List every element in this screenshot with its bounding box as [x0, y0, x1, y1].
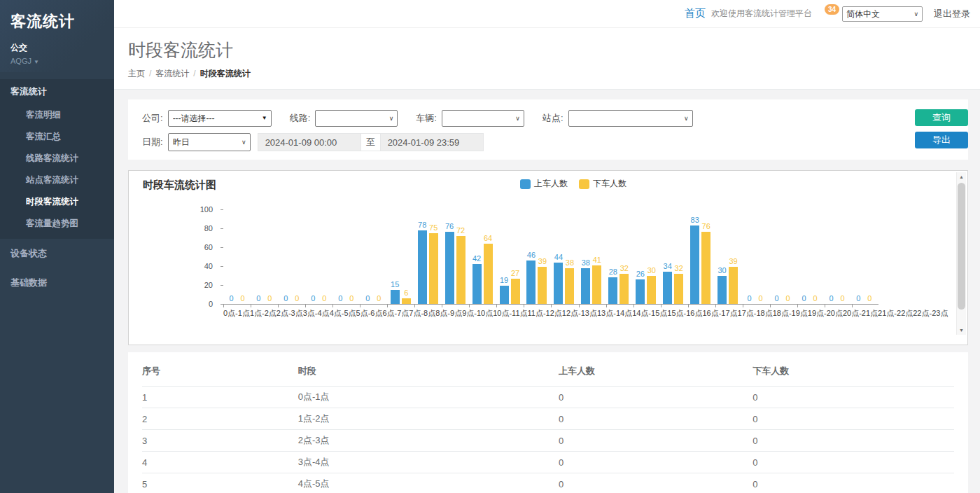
bar-wrap: 0: [772, 209, 781, 304]
bar[interactable]: [647, 276, 656, 305]
bar-wrap: 0: [281, 209, 290, 304]
bar-group: 7672: [442, 209, 469, 304]
bar-wrap: 30: [718, 209, 727, 304]
bar-wrap: 0: [799, 209, 808, 304]
bar-wrap: 41: [592, 209, 601, 304]
date-preset-select[interactable]: 昨日: [168, 133, 251, 151]
sidebar-subitem[interactable]: 线路客流统计: [0, 148, 114, 169]
x-axis-label: 11点-12点: [528, 308, 562, 319]
bar[interactable]: [445, 232, 454, 304]
bar-value-label: 0: [240, 294, 244, 303]
bar-wrap: 0: [347, 209, 356, 304]
sidebar-item[interactable]: 设备状态: [0, 239, 114, 268]
stats-table: 序号时段上车人数下车人数 10点-1点0021点-2点0032点-3点0043点…: [142, 358, 954, 493]
language-select[interactable]: 简体中文: [842, 6, 923, 22]
date-end-input[interactable]: 2024-01-09 23:59: [380, 133, 484, 151]
bar[interactable]: [674, 274, 683, 304]
bar[interactable]: [620, 274, 629, 304]
welcome-text: 欢迎使用客流统计管理平台: [711, 8, 812, 20]
bar-wrap: 38: [581, 209, 590, 304]
bar-wrap: 0: [293, 209, 302, 304]
sidebar-subitem[interactable]: 客流明细: [0, 104, 114, 126]
logout-link[interactable]: 退出登录: [934, 8, 970, 20]
sidebar-subitem[interactable]: 客流汇总: [0, 126, 114, 148]
bar-wrap: 0: [374, 209, 384, 304]
bar[interactable]: [511, 279, 520, 304]
bar-wrap: 0: [783, 209, 792, 304]
bar[interactable]: [729, 267, 738, 304]
bar-value-label: 44: [554, 253, 563, 261]
bar[interactable]: [500, 286, 509, 304]
bar[interactable]: [701, 232, 710, 304]
table-cell: 5: [142, 473, 298, 493]
bar-wrap: 0: [745, 209, 754, 304]
table-cell: 0: [752, 452, 954, 473]
bar[interactable]: [429, 233, 438, 304]
sidebar-brand: 客流统计 公交 AQGJ▼: [0, 0, 114, 72]
x-axis-label: 22点-23点: [913, 308, 948, 319]
bar[interactable]: [592, 265, 601, 304]
bar[interactable]: [391, 290, 400, 304]
bar[interactable]: [690, 225, 699, 304]
home-link[interactable]: 首页: [685, 7, 706, 20]
bar[interactable]: [402, 298, 411, 304]
x-axis-label: 9点-10点: [462, 308, 493, 319]
x-axis-label: 14点-15点: [632, 308, 667, 319]
date-start-input[interactable]: 2024-01-09 00:00: [258, 133, 361, 151]
bar[interactable]: [565, 268, 574, 304]
bar[interactable]: [608, 277, 617, 304]
bar-value-label: 76: [702, 222, 710, 230]
bar[interactable]: [663, 272, 672, 304]
bar-wrap: 0: [854, 209, 863, 304]
breadcrumb-home[interactable]: 主页: [128, 69, 145, 78]
bar[interactable]: [456, 236, 465, 304]
sidebar-subitem[interactable]: 时段客流统计: [0, 191, 114, 213]
scrollbar-thumb[interactable]: [958, 183, 965, 310]
breadcrumb-parent[interactable]: 客流统计: [155, 69, 189, 78]
y-axis-tick-label: 60: [204, 243, 213, 251]
bar-value-label: 0: [867, 294, 872, 303]
legend-item[interactable]: 上车人数: [520, 178, 568, 190]
sidebar-item[interactable]: 基础数据: [0, 268, 114, 298]
bar-wrap: 76: [701, 209, 710, 304]
bar[interactable]: [526, 261, 536, 304]
bar-value-label: 27: [511, 269, 519, 277]
sidebar-subitem[interactable]: 站点客流统计: [0, 169, 114, 191]
company-select[interactable]: ---请选择---: [168, 110, 272, 127]
bar-value-label: 42: [472, 254, 481, 263]
sidebar-subitem[interactable]: 客流量趋势图: [0, 213, 114, 235]
export-button[interactable]: 导出: [915, 132, 968, 148]
bar-value-label: 30: [718, 266, 727, 275]
bar-wrap: 0: [811, 209, 820, 304]
bar-group: 00: [360, 209, 387, 304]
bar[interactable]: [636, 279, 645, 304]
sidebar-item-passenger-stats[interactable]: 客流统计: [0, 79, 114, 104]
station-select[interactable]: [568, 110, 693, 127]
bar[interactable]: [581, 268, 590, 304]
chart-scrollbar[interactable]: ▲ ▼: [956, 172, 966, 335]
breadcrumb-current: 时段客流统计: [200, 69, 251, 78]
bar-wrap: 19: [500, 209, 509, 304]
table-cell: 4点-5点: [298, 473, 559, 493]
org-code-dropdown[interactable]: AQGJ▼: [10, 57, 104, 65]
bar[interactable]: [418, 230, 427, 304]
sidebar: 客流统计 公交 AQGJ▼ 客流统计 客流明细客流汇总线路客流统计站点客流统计时…: [0, 0, 114, 493]
vehicle-select[interactable]: [442, 110, 524, 127]
bar[interactable]: [472, 264, 482, 304]
chart-panel: 时段车流统计图 上车人数下车人数 020406080100 0000000000…: [128, 170, 968, 345]
bar[interactable]: [718, 276, 727, 305]
search-button[interactable]: 查询: [915, 109, 968, 126]
bar[interactable]: [554, 263, 563, 304]
bar-value-label: 0: [229, 294, 233, 303]
bar-wrap: 0: [865, 209, 874, 304]
bar-wrap: 83: [690, 209, 699, 304]
bar[interactable]: [538, 267, 547, 304]
legend-item[interactable]: 下车人数: [579, 178, 626, 190]
vehicle-label: 车辆:: [416, 112, 437, 125]
line-select[interactable]: [315, 110, 398, 127]
scroll-down-icon[interactable]: ▼: [957, 326, 966, 335]
scroll-up-icon[interactable]: ▲: [957, 172, 966, 181]
table-cell: 1点-2点: [298, 408, 559, 430]
bar-value-label: 38: [566, 258, 574, 267]
bar[interactable]: [484, 244, 493, 304]
